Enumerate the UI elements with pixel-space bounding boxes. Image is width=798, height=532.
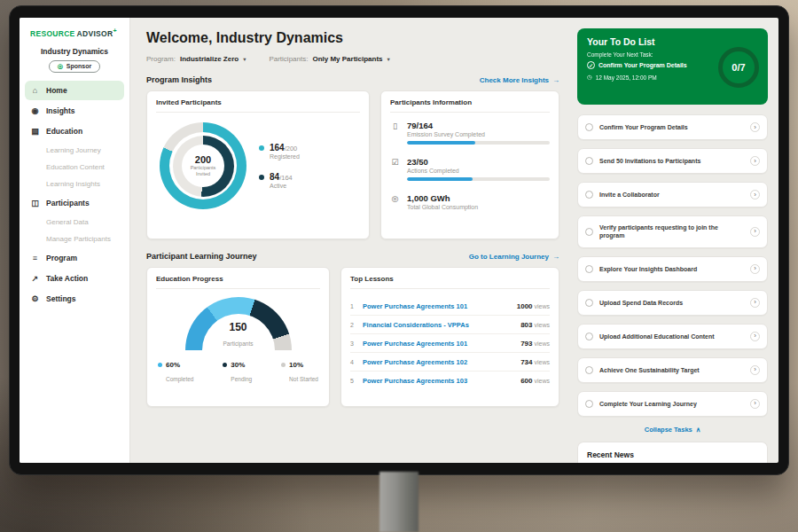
main-content: Welcome, Industry Dynamics Program: Indu… [130, 18, 572, 463]
sidebar-item-label: Insights [46, 106, 75, 115]
program-dropdown-label: Program: [146, 55, 176, 63]
participants-dropdown[interactable]: Participants: Only My Participants ▾ [269, 55, 389, 63]
task-checkbox[interactable] [585, 191, 593, 199]
participants-dropdown-label: Participants: [269, 55, 308, 63]
chevron-right-icon: › [750, 156, 760, 166]
chevron-right-icon: › [750, 399, 760, 409]
sponsor-badge[interactable]: ◎ Sponsor [49, 60, 101, 73]
legend-pct: 30% [231, 361, 252, 369]
legend-item-not-started: 10% Not Started [281, 361, 318, 385]
lesson-views-value: 1000 [517, 302, 533, 310]
logo-plus-mark: + [113, 27, 116, 34]
monitor-frame: RESOURCEADVISOR+ Industry Dynamics ◎ Spo… [9, 5, 789, 475]
arrow-right-icon: → [552, 253, 559, 261]
todo-progress-value: 0/7 [732, 62, 745, 73]
lesson-link[interactable]: Power Purchase Agreements 103 [363, 377, 514, 385]
sidebar-nav: ⌂ Home ◉ Insights ▤ Education Learning J… [20, 81, 129, 309]
sidebar-item-participants[interactable]: ◫ Participants [25, 193, 124, 213]
gauge-center-value: 150 [185, 321, 292, 333]
card-title: Top Lessons [350, 275, 550, 289]
sidebar-item-settings[interactable]: ⚙ Settings [25, 289, 124, 309]
info-label: Emission Survey Completed [407, 131, 550, 137]
task-item[interactable]: Upload Additional Educational Content › [577, 324, 768, 349]
task-item[interactable]: Confirm Your Program Details › [577, 114, 768, 140]
recent-news-title: Recent News [587, 450, 634, 459]
sidebar-item-program[interactable]: ≡ Program [25, 248, 124, 268]
task-checkbox[interactable] [585, 299, 593, 307]
participants-dropdown-value: Only My Participants [312, 55, 382, 63]
sidebar-item-general-data[interactable]: General Data [20, 214, 129, 231]
task-checkbox[interactable] [585, 265, 593, 273]
sidebar-item-learning-insights[interactable]: Learning Insights [20, 176, 129, 192]
legend-label: Not Started [289, 376, 318, 382]
donut-legend: 164/200 Registered 84/164 Active [259, 143, 300, 189]
active-total: /164 [279, 174, 293, 182]
task-checkbox[interactable] [585, 228, 593, 236]
lesson-views-label: views [534, 378, 550, 384]
todo-next-task[interactable]: ✓ Confirm Your Program Details [587, 61, 716, 69]
task-checkbox[interactable] [585, 332, 593, 340]
legend-pct: 10% [289, 361, 318, 369]
task-checkbox[interactable] [585, 123, 593, 131]
sidebar-item-label: Home [46, 86, 67, 95]
task-item[interactable]: Achieve One Sustainability Target › [577, 357, 768, 383]
info-row-actions-completed: ☑ 23/50 Actions Completed [390, 157, 550, 181]
collapse-tasks-link[interactable]: Collapse Tasks ∧ [577, 426, 768, 434]
lesson-row: 3 Power Purchase Agreements 101 793 view… [350, 334, 550, 353]
todo-panel: Your To Do List Complete Your Next Task:… [572, 18, 778, 463]
app-window: RESOURCEADVISOR+ Industry Dynamics ◎ Spo… [20, 18, 778, 463]
lesson-link[interactable]: Power Purchase Agreements 102 [363, 358, 514, 366]
sidebar-item-manage-participants[interactable]: Manage Participants [20, 231, 129, 247]
card-title: Education Progress [156, 275, 320, 289]
lesson-views-label: views [534, 359, 550, 365]
task-checkbox[interactable] [585, 157, 593, 165]
gauge-legend: 60% Completed 30% Pending [156, 361, 320, 385]
go-to-learning-journey-link[interactable]: Go to Learning Journey → [469, 253, 559, 261]
task-item[interactable]: Upload Spend Data Records › [577, 290, 768, 316]
sidebar-item-label: Program [46, 254, 77, 262]
task-item[interactable]: Invite a Collaborator › [577, 182, 768, 207]
legend-dot-navy [259, 175, 264, 180]
lesson-row: 1 Power Purchase Agreements 101 1000 vie… [350, 297, 550, 316]
task-item[interactable]: Send 50 Invitations to Participants › [577, 148, 768, 174]
card-title: Participants Information [390, 98, 550, 113]
sponsor-label: Sponsor [66, 63, 91, 69]
active-label: Active [270, 183, 293, 189]
legend-label: Completed [166, 376, 193, 382]
lesson-views-label: views [534, 322, 550, 328]
sidebar-item-insights[interactable]: ◉ Insights [25, 101, 124, 121]
check-circle-icon: ✓ [587, 61, 595, 69]
legend-dot-pending [223, 363, 227, 367]
sidebar-item-take-action[interactable]: ↗ Take Action [25, 269, 124, 288]
gauge-center: 150 Participants [185, 321, 292, 349]
sidebar-item-education-content[interactable]: Education Content [20, 159, 129, 176]
photo-background: RESOURCEADVISOR+ Industry Dynamics ◎ Spo… [0, 0, 798, 532]
lesson-rank: 4 [350, 359, 356, 365]
task-item[interactable]: Explore Your Insights Dashboard › [577, 256, 768, 282]
link-label: Check More Insights [480, 76, 549, 84]
chevron-right-icon: › [750, 298, 760, 308]
task-list: Confirm Your Program Details › Send 50 I… [577, 114, 768, 417]
lesson-link[interactable]: Power Purchase Agreements 101 [363, 340, 514, 348]
task-checkbox[interactable] [585, 400, 593, 408]
check-more-insights-link[interactable]: Check More Insights → [480, 76, 559, 84]
lesson-views-value: 600 [520, 377, 532, 385]
task-item[interactable]: Verify participants requesting to join t… [577, 215, 768, 248]
task-item[interactable]: Complete Your Learning Journey › [577, 391, 768, 417]
participants-information-card: Participants Information ▯ 79/164 Emissi… [380, 90, 559, 239]
sidebar-item-learning-journey[interactable]: Learning Journey [20, 142, 129, 159]
lesson-link[interactable]: Power Purchase Agreements 101 [363, 302, 511, 310]
lesson-rank: 3 [350, 340, 356, 347]
sidebar-item-education[interactable]: ▤ Education [25, 121, 124, 141]
sidebar-item-home[interactable]: ⌂ Home [25, 81, 124, 100]
education-progress-gauge-chart: 150 Participants [185, 297, 292, 350]
lesson-rank: 5 [350, 378, 356, 384]
sidebar-item-label: Take Action [46, 274, 88, 283]
todo-summary-card: Your To Do List Complete Your Next Task:… [577, 28, 768, 105]
lesson-rank: 1 [350, 303, 356, 309]
lesson-link[interactable]: Financial Considerations - VPPAs [363, 321, 514, 329]
clock-icon: ◷ [587, 74, 592, 81]
registered-total: /200 [285, 145, 298, 153]
task-checkbox[interactable] [585, 366, 593, 374]
program-dropdown[interactable]: Program: Industrialize Zero ▾ [146, 55, 246, 63]
